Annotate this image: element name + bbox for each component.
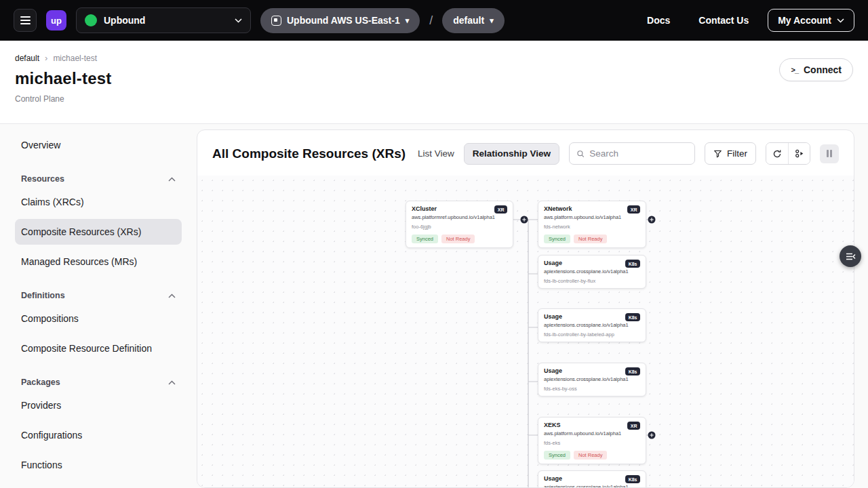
filter-button[interactable]: Filter	[705, 142, 756, 165]
node-resource-name: fds-network	[544, 224, 640, 230]
filter-button-label: Filter	[727, 148, 747, 159]
node-title: Usage	[544, 367, 562, 374]
chevron-right-icon: ›	[45, 53, 47, 63]
search-box	[569, 142, 695, 165]
page-subtitle: Control Plane	[15, 94, 111, 104]
group-dropdown[interactable]: default ▾	[442, 8, 504, 33]
chevron-up-icon	[168, 293, 176, 298]
graph-node-xcluster[interactable]: XCluster XR aws.platformref.upbound.io/v…	[406, 201, 513, 248]
node-api-version: apiextensions.crossplane.io/v1alpha1	[544, 484, 640, 487]
graph-node-usage[interactable]: Usage K8s apiextensions.crossplane.io/v1…	[538, 308, 646, 342]
edge-expand-dot	[648, 216, 656, 224]
node-kind-badge: XR	[494, 205, 507, 214]
relationship-graph-canvas[interactable]: XCluster XR aws.platformref.upbound.io/v…	[197, 176, 854, 487]
connect-button[interactable]: >_ Connect	[779, 58, 853, 81]
graph-node-usage[interactable]: Usage K8s apiextensions.crossplane.io/v1…	[538, 363, 646, 396]
graph-edges	[197, 176, 854, 487]
node-kind-badge: K8s	[625, 367, 640, 375]
graph-actions-group	[766, 142, 810, 165]
auto-layout-button[interactable]	[788, 143, 810, 164]
node-api-version: apiextensions.crossplane.io/v1alpha1	[544, 322, 640, 328]
legend-icon	[846, 252, 856, 261]
contact-us-link[interactable]: Contact Us	[698, 15, 749, 26]
chevron-down-icon	[837, 18, 844, 23]
list-view-tab[interactable]: List View	[418, 148, 454, 159]
top-navbar: up Upbound Upbound AWS US-East-1 ▾ / def…	[0, 0, 868, 41]
node-resource-name: foo-6jgjb	[412, 224, 507, 230]
sidebar-item-overview[interactable]: Overview	[15, 132, 182, 158]
sidebar-item-composite-resources[interactable]: Composite Resources (XRs)	[15, 219, 182, 245]
sidebar-item-providers[interactable]: Providers	[15, 392, 182, 418]
node-resource-name: fds-lb-controller-by-flux	[544, 278, 640, 284]
node-kind-badge: XR	[627, 205, 640, 214]
organization-dropdown[interactable]: Upbound	[76, 7, 251, 33]
connect-button-label: Connect	[804, 64, 842, 75]
sidebar-section-packages[interactable]: Packages	[15, 372, 182, 392]
node-kind-badge: K8s	[625, 313, 640, 321]
node-kind-badge: XR	[627, 422, 640, 430]
node-title: Usage	[544, 475, 562, 482]
node-resource-name: fds-eks-by-oss	[544, 386, 640, 392]
node-title: Usage	[544, 313, 562, 320]
not-ready-status-badge: Not Ready	[441, 235, 475, 243]
node-api-version: aws.platform.upbound.io/v1alpha1	[544, 430, 640, 436]
sidebar-item-xrd[interactable]: Composite Resource Definition	[15, 336, 182, 361]
main-panel: All Composite Resources (XRs) List View …	[197, 129, 854, 488]
node-api-version: apiextensions.crossplane.io/v1alpha1	[544, 268, 640, 274]
node-resource-name: fds-eks	[544, 440, 640, 446]
control-plane-icon	[271, 16, 281, 26]
organization-dropdown-label: Upbound	[104, 15, 145, 26]
breadcrumb-parent[interactable]: default	[15, 54, 39, 63]
sidebar-item-compositions[interactable]: Compositions	[15, 306, 182, 331]
node-api-version: aws.platform.upbound.io/v1alpha1	[544, 214, 640, 220]
node-title: XNetwork	[544, 205, 572, 212]
chevron-down-icon	[235, 18, 242, 23]
chevron-up-icon	[168, 177, 176, 182]
auto-layout-run-icon	[794, 148, 804, 159]
space-dropdown-label: Upbound AWS US-East-1	[287, 15, 400, 26]
triangle-down-icon: ▾	[406, 16, 410, 25]
node-api-version: aws.platformref.upbound.io/v1alpha1	[412, 214, 507, 220]
page-title: michael-test	[15, 69, 111, 88]
search-input[interactable]	[589, 148, 688, 159]
sidebar-section-resources[interactable]: Resources	[15, 169, 182, 189]
docs-link[interactable]: Docs	[647, 15, 670, 26]
sidebar-item-functions[interactable]: Functions	[15, 452, 182, 478]
pause-icon	[827, 150, 829, 157]
graph-node-xeks[interactable]: XEKS XR aws.platform.upbound.io/v1alpha1…	[538, 417, 646, 464]
my-account-button[interactable]: My Account	[768, 9, 854, 32]
breadcrumb: default › michael-test	[15, 53, 111, 63]
refresh-icon	[772, 149, 782, 159]
sidebar-item-managed-resources[interactable]: Managed Resources (MRs)	[15, 249, 182, 274]
upbound-logo[interactable]: up	[46, 10, 66, 30]
node-kind-badge: K8s	[625, 475, 640, 483]
space-dropdown[interactable]: Upbound AWS US-East-1 ▾	[260, 8, 420, 33]
sidebar-item-claims[interactable]: Claims (XRCs)	[15, 189, 182, 215]
breadcrumb-separator: /	[429, 14, 433, 28]
not-ready-status-badge: Not Ready	[574, 235, 607, 243]
sidebar-item-configurations[interactable]: Configurations	[15, 422, 182, 448]
pause-updates-button[interactable]	[820, 144, 839, 163]
node-title: XEKS	[544, 422, 561, 428]
node-title: XCluster	[412, 205, 437, 212]
hamburger-icon	[20, 16, 31, 18]
graph-node-usage[interactable]: Usage K8s apiextensions.crossplane.io/v1…	[538, 255, 646, 289]
my-account-label: My Account	[778, 15, 831, 26]
graph-node-usage[interactable]: Usage K8s apiextensions.crossplane.io/v1…	[538, 470, 646, 487]
relationship-view-tab[interactable]: Relationship View	[464, 143, 559, 165]
legend-panel-toggle-button[interactable]	[840, 245, 861, 267]
sidebar: Overview Resources Claims (XRCs) Composi…	[0, 124, 197, 488]
edge-collapse-dot	[521, 216, 528, 224]
panel-toolbar: All Composite Resources (XRs) List View …	[197, 130, 854, 176]
graph-node-xnetwork[interactable]: XNetwork XR aws.platform.upbound.io/v1al…	[538, 201, 646, 248]
terminal-icon: >_	[791, 66, 798, 74]
node-title: Usage	[544, 260, 562, 266]
refresh-button[interactable]	[766, 143, 788, 164]
group-dropdown-label: default	[453, 15, 484, 26]
node-api-version: apiextensions.crossplane.io/v1alpha1	[544, 376, 640, 382]
node-resource-name: fds-lb-controller-by-labeled-app	[544, 331, 640, 338]
synced-status-badge: Synced	[412, 235, 438, 243]
search-icon	[576, 149, 585, 159]
sidebar-section-definitions[interactable]: Definitions	[15, 285, 182, 306]
hamburger-menu-button[interactable]	[14, 9, 37, 32]
